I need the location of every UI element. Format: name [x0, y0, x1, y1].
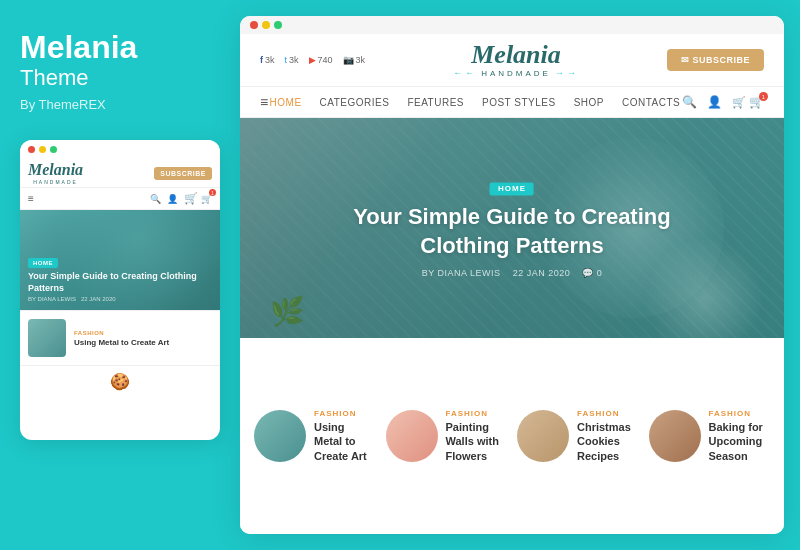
mobile-hero-meta: BY DIANA LEWIS 22 JAN 2020 [28, 296, 212, 302]
facebook-icon: f [260, 55, 263, 65]
hero-content: HOME Your Simple Guide to Creating Cloth… [322, 177, 703, 278]
right-panel: f 3k t 3k ▶ 740 📷 3k Melania ←← HANDMADE [240, 16, 784, 534]
desktop-nav: HOME CATEGORIES FEATURES POST STYLES SHO… [240, 87, 784, 118]
brand-subtitle: Theme [20, 65, 220, 91]
card-thumb-3 [517, 410, 569, 462]
card-info-1: FASHION Using Metal to Create Art [314, 409, 376, 463]
mobile-cart-icon[interactable]: 🛒1 [184, 192, 212, 205]
youtube-icon: ▶ [309, 55, 316, 65]
card-thumb-2 [386, 410, 438, 462]
nav-link-home[interactable]: HOME [270, 97, 302, 108]
nav-link-contacts[interactable]: CONTACTS [622, 97, 680, 108]
hero-comments: 💬 0 [582, 269, 602, 279]
desktop-top-bar [240, 16, 784, 34]
social-twitter[interactable]: t 3k [285, 55, 299, 65]
instagram-icon: 📷 [343, 55, 354, 65]
desktop-nav-icons: 🔍 👤 🛒1 [682, 95, 764, 109]
mobile-hero-content: HOME Your Simple Guide to Creating Cloth… [28, 251, 212, 302]
card-info-4: FASHION Baking for Upcoming Season [709, 409, 771, 463]
mobile-search-icon[interactable]: 🔍 [150, 194, 161, 204]
yellow-dot[interactable] [262, 21, 270, 29]
article-cards: FASHION Using Metal to Create Art FASHIO… [240, 338, 784, 534]
card-info-2: FASHION Painting Walls with Flowers [446, 409, 508, 463]
nav-link-shop[interactable]: SHOP [574, 97, 604, 108]
desktop-user-icon[interactable]: 👤 [707, 95, 722, 109]
red-dot [28, 146, 35, 153]
hero-meta: BY DIANA LEWIS 22 JAN 2020 💬 0 [322, 269, 703, 279]
nav-link-post-styles[interactable]: POST STYLES [482, 97, 556, 108]
mobile-mockup: Melania HANDMADE SUBSCRIBE 🔍 👤 🛒1 HOME [20, 140, 220, 440]
social-instagram[interactable]: 📷 3k [343, 55, 366, 65]
mobile-nav-row: 🔍 👤 🛒1 [20, 188, 220, 210]
desktop-hamburger-icon[interactable] [260, 94, 268, 110]
desktop-search-icon[interactable]: 🔍 [682, 95, 697, 109]
mobile-top-bar [20, 140, 220, 157]
desktop-logo: Melania ←← HANDMADE →→ [453, 42, 579, 78]
article-card-2[interactable]: FASHION Painting Walls with Flowers [386, 350, 508, 522]
card-thumb-1 [254, 410, 306, 462]
mobile-nav-icons: 🔍 👤 🛒1 [150, 192, 212, 205]
article-card-3[interactable]: FASHION Christmas Cookies Recipes [517, 350, 639, 522]
desktop-nav-links: HOME CATEGORIES FEATURES POST STYLES SHO… [270, 97, 681, 108]
mobile-hamburger-icon[interactable] [28, 193, 34, 204]
social-row: f 3k t 3k ▶ 740 📷 3k [260, 55, 365, 65]
green-dot [50, 146, 57, 153]
card-info-3: FASHION Christmas Cookies Recipes [577, 409, 639, 463]
mobile-hero: HOME Your Simple Guide to Creating Cloth… [20, 210, 220, 310]
nav-link-features[interactable]: FEATURES [407, 97, 464, 108]
mobile-logo: Melania HANDMADE [28, 161, 83, 185]
card-thumb-4 [649, 410, 701, 462]
nav-link-categories[interactable]: CATEGORIES [320, 97, 390, 108]
mobile-logo-row: Melania HANDMADE SUBSCRIBE [20, 157, 220, 188]
mobile-user-icon[interactable]: 👤 [167, 194, 178, 204]
mobile-article-info: FASHION Using Metal to Create Art [74, 330, 169, 347]
desktop-subscribe-button[interactable]: ✉ SUBSCRIBE [667, 49, 764, 71]
desktop-logo-sub: ←← HANDMADE →→ [453, 68, 579, 78]
green-dot[interactable] [274, 21, 282, 29]
brand-name: Melania [20, 30, 220, 65]
desktop-hero: 🌿 HOME Your Simple Guide to Creating Clo… [240, 118, 784, 338]
left-panel: Melania Theme By ThemeREX Melania HANDMA… [0, 0, 240, 550]
twitter-icon: t [285, 55, 288, 65]
brand-by: By ThemeREX [20, 97, 220, 112]
mobile-cookie-icon[interactable]: 🍪 [20, 365, 220, 397]
mobile-bottom-item: FASHION Using Metal to Create Art [20, 310, 220, 365]
cookie-emoji-icon: 🍪 [110, 373, 130, 390]
article-card-4[interactable]: FASHION Baking for Upcoming Season [649, 350, 771, 522]
yellow-dot [39, 146, 46, 153]
red-dot[interactable] [250, 21, 258, 29]
mobile-thumb [28, 319, 66, 357]
article-card-1[interactable]: FASHION Using Metal to Create Art [254, 350, 376, 522]
social-youtube[interactable]: ▶ 740 [309, 55, 333, 65]
mobile-logo-sub: HANDMADE [28, 179, 83, 185]
mobile-subscribe-button[interactable]: SUBSCRIBE [154, 167, 212, 180]
social-facebook[interactable]: f 3k [260, 55, 275, 65]
desktop-cart-icon[interactable]: 🛒1 [732, 95, 764, 109]
desktop-header: f 3k t 3k ▶ 740 📷 3k Melania ←← HANDMADE [240, 34, 784, 87]
